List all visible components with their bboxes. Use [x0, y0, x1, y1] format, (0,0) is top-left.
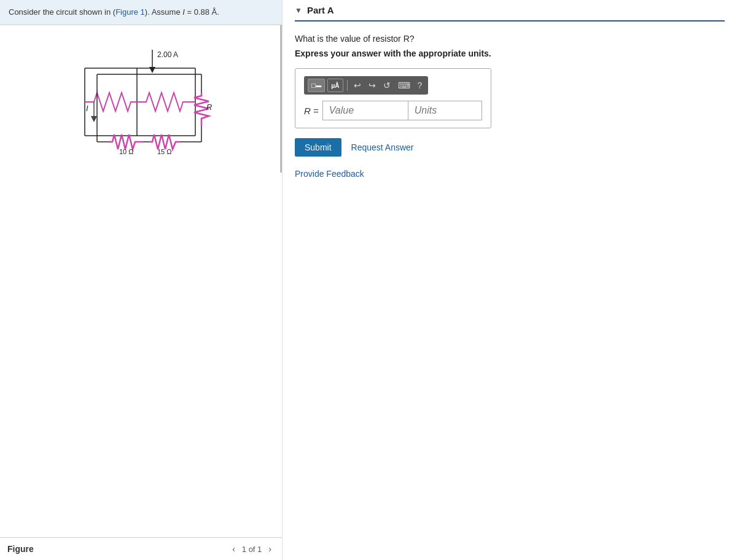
action-row: Submit Request Answer — [295, 138, 725, 157]
figure-area: 2.00 A I 10 Ω 15 Ω R Figure — [0, 25, 282, 561]
figure-canvas: 2.00 A I 10 Ω 15 Ω R — [0, 25, 282, 173]
svg-text:R: R — [206, 103, 212, 112]
next-arrow[interactable]: › — [265, 543, 275, 555]
right-panel: ▼ Part A What is the value of resistor R… — [283, 0, 737, 560]
svg-text:10 Ω: 10 Ω — [119, 148, 134, 155]
instruction-text: Express your answer with the appropriate… — [295, 49, 725, 58]
figure-header: Figure ‹ 1 of 1 › — [0, 537, 282, 560]
part-header: ▼ Part A — [295, 0, 725, 21]
current-value: = 0.88 Å. — [185, 7, 219, 17]
svg-text:I: I — [86, 104, 88, 113]
statement-suffix: ). Assume — [145, 7, 182, 17]
figure-link[interactable]: Figure 1 — [115, 7, 145, 17]
undo-icon[interactable]: ↩ — [351, 79, 364, 91]
svg-text:15 Ω: 15 Ω — [157, 148, 172, 155]
reset-icon[interactable]: ↺ — [381, 79, 393, 91]
help-icon[interactable]: ? — [415, 79, 425, 91]
redo-icon[interactable]: ↪ — [366, 79, 378, 91]
figure-label: Figure — [7, 544, 34, 554]
prev-arrow[interactable]: ‹ — [229, 543, 238, 555]
value-input[interactable] — [322, 101, 408, 120]
part-title: Part A — [307, 5, 334, 15]
fraction-button[interactable]: □▬ — [308, 79, 325, 92]
left-panel: Consider the circuit shown in (Figure 1)… — [0, 0, 283, 560]
svg-marker-13 — [149, 67, 155, 73]
toolbar-divider — [347, 80, 348, 91]
pagination: 1 of 1 — [242, 545, 262, 554]
units-input[interactable] — [408, 101, 482, 120]
toolbar: □▬ μÅ ↩ ↪ ↺ ⌨ ? — [304, 76, 428, 95]
r-label: R = — [304, 106, 319, 116]
question-text: What is the value of resistor R? — [295, 34, 725, 44]
part-collapse-arrow[interactable]: ▼ — [295, 6, 302, 15]
provide-feedback-link[interactable]: Provide Feedback — [295, 169, 364, 179]
unit-btn-label: μÅ — [331, 82, 339, 89]
figure-nav: ‹ 1 of 1 › — [229, 543, 275, 555]
input-row: R = — [304, 101, 482, 120]
circuit-svg: 2.00 A I 10 Ω 15 Ω R — [48, 31, 232, 166]
unit-button[interactable]: μÅ — [327, 79, 343, 92]
keyboard-icon[interactable]: ⌨ — [396, 79, 413, 91]
submit-button[interactable]: Submit — [295, 138, 341, 157]
problem-statement: Consider the circuit shown in (Figure 1)… — [0, 0, 282, 25]
circuit-container: 2.00 A I 10 Ω 15 Ω R — [0, 25, 280, 173]
svg-marker-17 — [91, 116, 97, 122]
request-answer-link[interactable]: Request Answer — [351, 142, 414, 152]
svg-text:2.00 A: 2.00 A — [157, 50, 178, 59]
statement-prefix: Consider the circuit shown in ( — [9, 7, 115, 17]
answer-box: □▬ μÅ ↩ ↪ ↺ ⌨ ? R = — [295, 68, 491, 128]
